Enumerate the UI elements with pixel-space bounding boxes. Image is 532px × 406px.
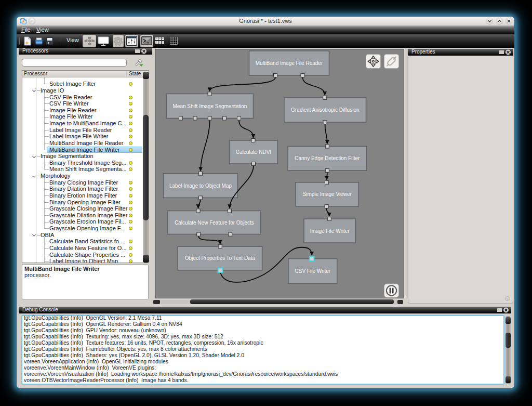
- svg-text:Gradient Anisotropic Diffusion: Gradient Anisotropic Diffusion: [291, 107, 360, 113]
- svg-text:Simple Image Viewer: Simple Image Viewer: [302, 191, 352, 197]
- svg-text:Calculate NDVI: Calculate NDVI: [236, 149, 271, 155]
- svg-text:Label Image to Object Map: Label Image to Object Map: [169, 183, 232, 189]
- svg-text:Mean Shift Image Segmentation: Mean Shift Image Segmentation: [173, 103, 247, 109]
- svg-text:Image File Writer: Image File Writer: [310, 228, 350, 234]
- svg-text:Canny Edge Detection Filter: Canny Edge Detection Filter: [295, 155, 360, 161]
- svg-text:MultiBand Image File Reader: MultiBand Image File Reader: [256, 60, 323, 66]
- svg-text:CSV File Writer: CSV File Writer: [295, 268, 330, 274]
- svg-text:Object Properties To Text Data: Object Properties To Text Data: [185, 255, 256, 261]
- svg-text:Calculate New Feature for Obje: Calculate New Feature for Objects: [175, 220, 254, 226]
